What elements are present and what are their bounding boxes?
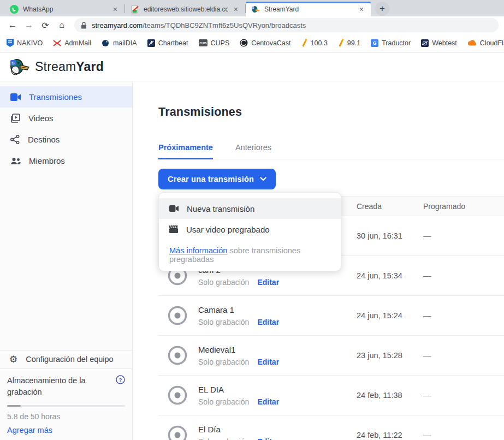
bookmark-radio-100-3[interactable]: 100.3 — [301, 39, 328, 47]
broadcast-name: El Día — [198, 425, 279, 434]
bookmark-admmail[interactable]: AdmMail — [53, 39, 91, 47]
streamyard-logo-duck-icon: S — [9, 57, 30, 76]
bookmark-radio-99-1[interactable]: 99.1 — [338, 39, 360, 47]
bookmark-centovacast[interactable]: CentovaCast — [240, 39, 290, 47]
back-icon[interactable]: ← — [5, 18, 20, 32]
bookmark-maildia[interactable]: mailDIA — [102, 39, 137, 47]
scheduled-cell: — — [423, 391, 504, 400]
create-broadcast-button[interactable]: Crear una transmisión — [158, 169, 276, 189]
bookmark-label: 100.3 — [311, 39, 328, 47]
broadcast-subtitle: Solo grabaciónEditar — [198, 358, 279, 366]
bookmark-label: Webtest — [432, 39, 457, 47]
menu-item-new-broadcast[interactable]: Nueva transmisión — [159, 198, 341, 219]
bookmark-traductor[interactable]: G Traductor — [371, 39, 411, 47]
column-header-scheduled: Programado — [423, 202, 504, 211]
created-cell: 24 feb, 11:22 — [357, 431, 423, 439]
main-content: Transmisiones Próximamente Anteriores Cr… — [133, 81, 504, 440]
gear-icon: ⚙ — [9, 355, 17, 364]
bookmark-label: AdmMail — [64, 39, 91, 47]
edit-link[interactable]: Editar — [257, 318, 279, 326]
create-broadcast-label: Crear una transmisión — [168, 175, 254, 183]
sidebar-item-miembros[interactable]: Miembros — [0, 150, 132, 171]
dropdown-note: Más información sobre transmisiones preg… — [159, 240, 341, 264]
traductor-icon: G — [371, 39, 378, 47]
tab-title: StreamYard — [264, 5, 353, 13]
tab-close-icon[interactable]: × — [111, 5, 119, 14]
scheduled-cell: — — [423, 351, 504, 360]
url-input[interactable]: streamyard.com/teams/TQDhBC9ZNTmft6z5UsQ… — [74, 18, 499, 32]
clapperboard-icon — [169, 225, 178, 233]
recording-storage-panel: Almacenamiento de la grabación ? 5.8 de … — [0, 368, 132, 440]
team-settings-button[interactable]: ⚙ Configuración del equipo — [0, 350, 132, 368]
tab-streamyard[interactable]: S StreamYard × — [246, 2, 371, 16]
broadcast-tabs: Próximamente Anteriores — [158, 143, 504, 159]
page-title: Transmisiones — [158, 105, 504, 119]
tab-whatsapp[interactable]: WhatsApp × — [4, 2, 124, 16]
edit-link[interactable]: Editar — [257, 278, 279, 287]
webtest-icon — [421, 39, 429, 47]
home-icon[interactable]: ⌂ — [55, 18, 69, 32]
table-row[interactable]: El Día Solo grabaciónEditar 24 feb, 11:2… — [158, 415, 504, 440]
bookmark-label: NAKIVO — [17, 39, 43, 47]
edit-link[interactable]: Editar — [257, 358, 279, 366]
screen: WhatsApp × editoresweb:sitioweb:eldia.co… — [0, 0, 504, 440]
cloudflare-icon — [467, 40, 477, 46]
tab-editoresweb[interactable]: editoresweb:sitioweb:eldia.co × — [125, 2, 245, 16]
lock-icon — [81, 22, 87, 29]
table-row[interactable]: Camara 1 Solo grabaciónEditar 24 jun, 15… — [158, 296, 504, 336]
storage-usage-text: 5.8 de 50 horas — [7, 412, 125, 421]
record-icon — [167, 305, 188, 326]
table-row[interactable]: EL DIA Solo grabaciónEditar 24 feb, 11:3… — [158, 376, 504, 415]
new-tab-button[interactable]: + — [375, 2, 389, 16]
created-cell: 23 jun, 15:28 — [357, 351, 423, 360]
torch-icon — [301, 39, 307, 47]
more-info-link[interactable]: Más información — [169, 246, 227, 255]
created-cell: 24 jun, 15:34 — [357, 271, 423, 280]
bookmark-label: mailDIA — [113, 39, 137, 47]
table-row[interactable]: Medieval1 Solo grabaciónEditar 23 jun, 1… — [158, 336, 504, 376]
edit-link[interactable]: Editar — [257, 397, 279, 406]
sidebar-item-label: Miembros — [29, 156, 65, 165]
scheduled-cell: — — [423, 311, 504, 320]
storage-title: Almacenamiento de la grabación — [7, 375, 103, 398]
share-icon — [10, 135, 20, 144]
tab-proximamente[interactable]: Próximamente — [158, 143, 213, 159]
broadcast-name: EL DIA — [198, 385, 279, 394]
tab-close-icon[interactable]: × — [232, 5, 240, 14]
bookmark-chartbeat[interactable]: Chartbeat — [147, 39, 188, 47]
bookmark-cloudflare[interactable]: CloudFlare — [467, 39, 504, 47]
sidebar-item-videos[interactable]: Videos — [0, 108, 132, 129]
browser-address-bar: ← → ⟳ ⌂ streamyard.com/teams/TQDhBC9ZNTm… — [0, 16, 504, 34]
bookmark-webtest[interactable]: Webtest — [421, 39, 457, 47]
sidebar-item-destinos[interactable]: Destinos — [0, 129, 132, 150]
chartbeat-icon — [147, 39, 155, 47]
menu-item-use-prerecorded[interactable]: Usar video pregrabado — [159, 219, 341, 240]
sidebar-footer: ⚙ Configuración del equipo Almacenamient… — [0, 350, 132, 440]
team-settings-label: Configuración del equipo — [26, 355, 113, 364]
help-icon[interactable]: ? — [116, 375, 125, 384]
tab-anteriores[interactable]: Anteriores — [235, 143, 271, 159]
add-more-link[interactable]: Agregar más — [7, 426, 125, 435]
scheduled-cell: — — [423, 231, 504, 240]
reload-icon[interactable]: ⟳ — [38, 18, 52, 32]
tab-close-icon[interactable]: × — [358, 5, 365, 14]
menu-item-label: Usar video pregrabado — [186, 225, 270, 234]
column-header-created: Creada — [357, 202, 423, 211]
svg-text:S: S — [11, 61, 14, 66]
streamyard-duck-icon: S — [251, 5, 260, 14]
sidebar-item-label: Transmisiones — [29, 92, 82, 102]
svg-text:?: ? — [119, 377, 122, 383]
broadcast-subtitle: Solo grabaciónEditar — [198, 318, 279, 326]
sidebar-item-label: Videos — [28, 114, 54, 123]
bookmark-nakivo[interactable]: NAKIVO — [7, 39, 43, 47]
streamyard-wordmark: StreamYard — [35, 60, 104, 74]
scheduled-cell: — — [423, 271, 504, 280]
edit-link[interactable]: Editar — [257, 437, 279, 440]
forward-icon[interactable]: → — [22, 18, 36, 32]
members-icon — [10, 157, 21, 165]
bookmarks-bar: NAKIVO AdmMail mailDIA Chartbeat CUPS CU… — [0, 34, 504, 52]
url-domain: streamyard.com — [92, 21, 143, 29]
sidebar-item-transmisiones[interactable]: Transmisiones — [0, 86, 132, 108]
created-cell: 24 feb, 11:38 — [357, 391, 423, 400]
bookmark-cups[interactable]: CUPS CUPS — [199, 39, 230, 47]
